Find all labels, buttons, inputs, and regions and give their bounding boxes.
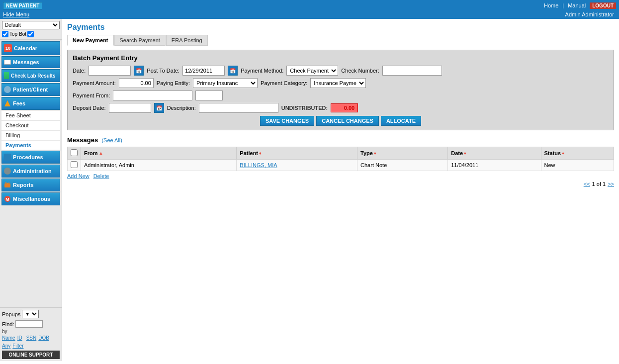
check-number-input[interactable] [382,66,442,76]
deposit-date-label: Deposit Date: [73,105,106,111]
see-all-link[interactable]: (See All) [101,137,122,143]
sidebar-bottom: Popups ▼ Find: by Name ID SSN DOB Any F [0,307,62,361]
date-label: Date: [73,68,86,74]
undistributed-label: UNDISTRIBUTED: [281,105,328,111]
sidebar-item-check-lab-results[interactable]: Check Lab Results [1,69,60,82]
add-new-link[interactable]: Add New [67,173,89,179]
table-header-row: From ▲ Patient ♦ Type [68,147,614,160]
home-link[interactable]: Home [544,2,558,8]
payment-method-select[interactable]: Check Payment Cash Credit Card EFT [286,66,338,76]
hide-menu-link[interactable]: Hide Menu [3,11,29,17]
cancel-changes-button[interactable]: CANCEL CHANGES [316,116,379,126]
sidebar-item-messages[interactable]: Messages [1,56,60,68]
paying-entity-select[interactable]: Primary Insuranc Secondary Insurance Pat… [193,78,258,88]
search-by-label: by [2,329,60,334]
sidebar-item-procedures[interactable]: Procedures [1,151,60,164]
messages-table: From ▲ Patient ♦ Type [67,147,614,171]
messages-header: Messages (See All) [67,136,614,144]
date-input[interactable] [88,66,131,76]
th-type[interactable]: Type ♦ [357,147,448,160]
logout-button[interactable]: LOGOUT [590,2,616,9]
th-from[interactable]: From ▲ [81,147,237,160]
sidebar-top-controls: Default Top Bot [0,19,62,40]
description-input[interactable] [199,103,278,113]
sidebar-item-billing[interactable]: Billing [1,131,60,140]
row-date: 11/04/2011 [448,160,541,171]
manual-link[interactable]: Manual [568,2,586,8]
search-by-filter[interactable]: Filter [12,343,23,349]
th-status[interactable]: Status ♦ [541,147,614,160]
search-by-dob[interactable]: DOB [38,335,49,341]
page-title: Payments [67,23,614,32]
th-patient[interactable]: Patient ♦ [237,147,357,160]
person-icon [4,86,11,93]
svg-text:M: M [5,197,9,202]
svg-rect-4 [8,182,9,184]
date-calendar-btn[interactable]: 📅 [134,66,144,76]
sidebar-item-administration[interactable]: Administration [1,165,60,178]
pagination: << 1 of 1 >> [67,181,614,187]
payment-method-label: Payment Method: [241,68,283,74]
action-row: SAVE CHANGES CANCEL CHANGES ALLOCATE [73,116,609,126]
patient-link[interactable]: BILLINGS, MIA [240,162,277,168]
admin-label: Admin Administrator [565,11,614,17]
search-by-name[interactable]: Name [2,335,15,341]
delete-link[interactable]: Delete [93,173,109,179]
search-links: Name ID SSN DOB Any Filter [2,335,60,349]
svg-marker-0 [4,100,10,106]
bot-checkbox[interactable] [27,31,34,37]
th-date[interactable]: Date ♦ [448,147,541,160]
form-row-3: Payment From: [73,91,609,100]
sidebar-item-payments[interactable]: Payments [1,141,60,150]
row-from: Administrator, Admin [81,160,237,171]
payment-category-select[interactable]: Insurance Payme Patient Payment Other [310,78,366,88]
messages-actions: Add New Delete [67,173,614,179]
deposit-calendar-btn[interactable]: 📅 [154,103,164,113]
popups-select[interactable]: ▼ [22,310,39,318]
payment-from-input[interactable] [113,91,192,100]
pagination-current: 1 of 1 [592,181,606,187]
paying-entity-label: Paying Entity: [157,80,190,86]
search-by-ssn[interactable]: SSN [26,335,37,341]
tab-new-payment[interactable]: New Payment [67,35,114,46]
sidebar-item-fees[interactable]: Fees [1,97,60,110]
type-sort-icon: ♦ [374,151,376,156]
sidebar-item-patient-client[interactable]: Patient/Client [1,83,60,96]
post-to-date-input[interactable] [182,66,225,76]
sidebar-item-calendar[interactable]: 10 Calendar [1,41,60,55]
search-by-any[interactable]: Any [2,343,10,349]
search-by-id[interactable]: ID [17,335,22,341]
admin-icon [4,168,11,175]
payment-from-input2[interactable] [195,91,223,100]
form-row-4: Deposit Date: 📅 Description: UNDISTRIBUT… [73,103,609,113]
messages-icon [4,60,11,65]
payment-from-label: Payment From: [73,92,110,98]
bot-checkbox-label[interactable]: Bot [19,31,34,37]
tab-search-payment[interactable]: Search Payment [114,35,166,46]
payment-amount-input[interactable] [119,78,154,88]
sidebar-item-fee-sheet[interactable]: Fee Sheet [1,111,60,120]
sidebar-item-reports[interactable]: Reports [1,179,60,191]
select-all-checkbox[interactable] [71,149,78,156]
sidebar-item-checkout[interactable]: Checkout [1,121,60,130]
post-to-date-label: Post To Date: [147,68,179,74]
allocate-button[interactable]: ALLOCATE [381,116,421,126]
online-support-button[interactable]: ONLINE SUPPORT [2,351,60,359]
description-label: Description: [167,105,196,111]
tab-era-posting[interactable]: ERA Posting [166,35,208,46]
post-to-date-calendar-btn[interactable]: 📅 [228,66,238,76]
deposit-date-input[interactable] [109,103,151,113]
save-changes-button[interactable]: SAVE CHANGES [260,116,314,126]
pagination-prev[interactable]: << [584,181,590,187]
payment-category-label: Payment Category: [261,80,307,86]
sidebar-item-miscellaneous[interactable]: M Miscellaneous [1,192,60,205]
reports-icon [4,182,11,188]
sidebar-select[interactable]: Default [2,21,60,29]
top-checkbox[interactable] [2,31,8,37]
new-patient-button[interactable]: NEW PATIENT [3,2,42,9]
top-checkbox-label[interactable]: Top [2,31,17,37]
row-checkbox[interactable] [71,161,78,168]
payment-amount-label: Payment Amount: [73,80,116,86]
pagination-next[interactable]: >> [608,181,614,187]
find-input[interactable] [15,320,43,328]
